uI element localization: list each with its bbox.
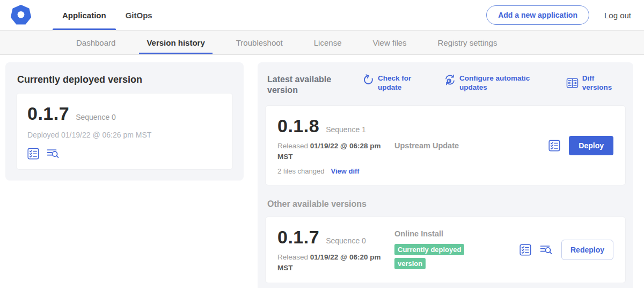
tab-application[interactable]: Application [53, 0, 116, 30]
other-preflight-checks-icon[interactable] [519, 244, 531, 256]
check-for-update-label: Check for update [378, 74, 414, 92]
auto-update-clock-icon [444, 74, 456, 85]
files-changed-label: 2 files changed [277, 167, 324, 175]
latest-available-title: Latest available version [267, 74, 336, 96]
preflight-checks-icon[interactable] [27, 148, 39, 160]
subnav-dashboard[interactable]: Dashboard [69, 31, 123, 54]
deploy-button[interactable]: Deploy [569, 136, 613, 155]
deployed-sequence: Sequence 0 [76, 113, 116, 121]
view-logs-icon[interactable] [47, 148, 60, 160]
subnav-troubleshoot[interactable]: Troubleshoot [229, 31, 290, 54]
subnav-view-files[interactable]: View files [365, 31, 414, 54]
app-subnav: Dashboard Version history Troubleshoot L… [0, 31, 644, 55]
latest-panel-header: Latest available version Check for updat… [265, 74, 626, 105]
configure-automatic-updates-button[interactable]: Configure automatic updates [444, 74, 536, 92]
logout-link[interactable]: Log out [604, 11, 631, 20]
main-content: Currently deployed version 0.1.7 Sequenc… [0, 55, 644, 288]
other-version-number: 0.1.7 [277, 227, 319, 248]
deployed-timestamp: Deployed 01/19/22 @ 06:26 pm MST [27, 131, 222, 139]
configure-automatic-updates-label: Configure automatic updates [459, 74, 536, 92]
latest-preflight-checks-icon[interactable] [548, 140, 560, 152]
other-version-source: Online Install [394, 229, 519, 238]
latest-available-panel: Latest available version Check for updat… [258, 62, 633, 288]
add-application-button[interactable]: Add a new application [486, 5, 589, 25]
latest-panel-actions: Check for update Configure automat [363, 74, 624, 92]
diff-versions-button[interactable]: Diff versions [566, 74, 624, 92]
other-sequence: Sequence 0 [326, 236, 366, 245]
currently-deployed-panel: Currently deployed version 0.1.7 Sequenc… [5, 62, 244, 181]
refresh-icon [363, 74, 374, 85]
other-view-logs-icon[interactable] [540, 244, 553, 256]
tab-gitops-label: GitOps [126, 11, 152, 20]
latest-version-source: Upstream Update [394, 141, 459, 150]
other-available-versions-title: Other available versions [267, 199, 624, 209]
deployed-version-card: 0.1.7 Sequence 0 Deployed 01/19/22 @ 06:… [16, 93, 233, 170]
diff-versions-label: Diff versions [582, 74, 624, 92]
other-released-timestamp: Released 01/19/22 @ 06:20 pm MST [277, 252, 385, 273]
latest-version-number: 0.1.8 [277, 116, 319, 136]
latest-released-timestamp: Released 01/19/22 @ 06:28 pm MST [277, 141, 385, 162]
subnav-license[interactable]: License [306, 31, 349, 54]
diff-versions-icon [566, 77, 579, 89]
currently-deployed-title: Currently deployed version [17, 74, 233, 85]
view-diff-link[interactable]: View diff [331, 167, 359, 175]
app-logo-icon[interactable] [11, 5, 31, 25]
deployed-version-number: 0.1.7 [27, 103, 69, 124]
top-nav: Application GitOps Add a new application… [0, 0, 644, 31]
subnav-version-history[interactable]: Version history [139, 31, 212, 54]
other-version-card: 0.1.7 Sequence 0 Released 01/19/22 @ 06:… [265, 217, 626, 283]
topnav-right: Add a new application Log out [486, 5, 631, 25]
latest-version-card: 0.1.8 Sequence 1 Released 01/19/22 @ 06:… [265, 105, 626, 185]
tab-gitops[interactable]: GitOps [116, 0, 162, 30]
currently-deployed-badge: Currently deployed version [394, 244, 464, 269]
check-for-update-button[interactable]: Check for update [363, 74, 414, 92]
tab-application-label: Application [62, 11, 106, 20]
redeploy-button[interactable]: Redeploy [561, 240, 613, 260]
subnav-registry-settings[interactable]: Registry settings [430, 31, 505, 54]
topnav-tabs: Application GitOps [53, 0, 162, 30]
latest-sequence: Sequence 1 [326, 125, 366, 134]
